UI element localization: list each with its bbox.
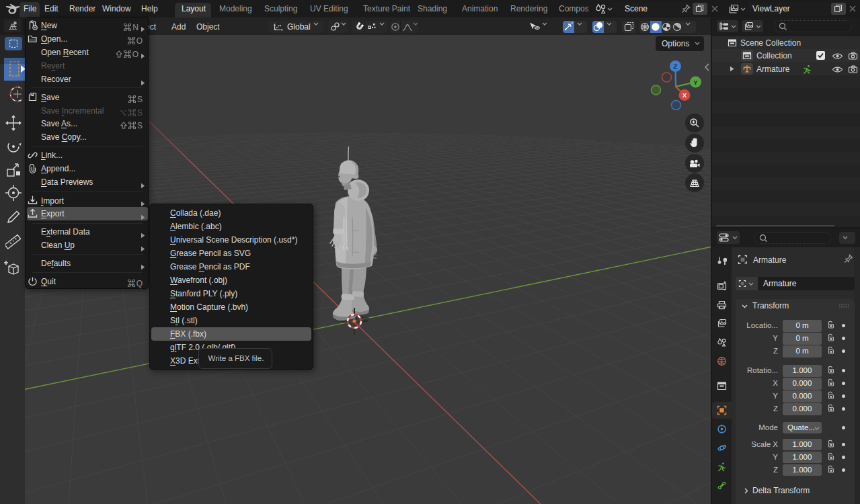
svg-text:Y: Y [693,79,698,86]
svg-text:Z: Z [674,62,678,70]
svg-text:X: X [682,91,687,99]
